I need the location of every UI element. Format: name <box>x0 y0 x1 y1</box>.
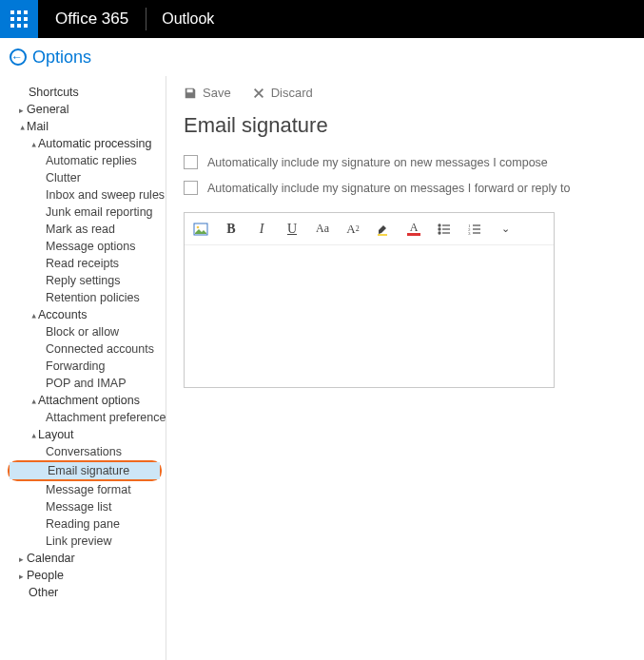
sidebar-item-retention-policies[interactable]: Retention policies <box>8 289 166 306</box>
page-title: Email signature <box>184 113 627 138</box>
numbered-list-icon[interactable]: 123 <box>466 221 483 238</box>
sidebar-item-pop-imap[interactable]: POP and IMAP <box>8 375 166 392</box>
svg-rect-8 <box>24 24 28 28</box>
sidebar-item-read-receipts[interactable]: Read receipts <box>8 255 166 272</box>
sidebar-item-shortcuts[interactable]: Shortcuts <box>8 84 166 101</box>
svg-rect-1 <box>17 10 21 14</box>
tutorial-highlight: Email signature <box>8 460 162 481</box>
underline-icon[interactable]: U <box>283 221 301 238</box>
sidebar-item-inbox-sweep[interactable]: Inbox and sweep rules <box>8 186 166 204</box>
sidebar-item-message-format[interactable]: Message format <box>8 481 166 498</box>
sidebar-item-mark-as-read[interactable]: Mark as read <box>8 221 166 238</box>
bold-icon[interactable]: B <box>223 221 240 238</box>
app-launcher-icon[interactable] <box>0 0 38 38</box>
font-size-icon[interactable]: Aa <box>314 221 331 238</box>
svg-rect-7 <box>17 24 21 28</box>
sidebar-item-automatic-processing[interactable]: Automatic processing <box>8 135 166 152</box>
sidebar-item-people[interactable]: People <box>8 567 166 584</box>
sidebar-item-block-allow[interactable]: Block or allow <box>8 323 166 340</box>
highlight-icon[interactable] <box>375 221 392 238</box>
app-name-label: Outlook <box>146 10 229 28</box>
checkbox-auto-new-label: Automatically include my signature on ne… <box>207 156 548 169</box>
svg-rect-0 <box>10 10 14 14</box>
sidebar-item-automatic-replies[interactable]: Automatic replies <box>8 152 166 169</box>
editor-toolbar: B I U Aa A2 A 123 ⌄ <box>185 213 554 245</box>
svg-rect-2 <box>24 10 28 14</box>
sidebar-item-message-options[interactable]: Message options <box>8 238 166 255</box>
svg-rect-4 <box>17 17 21 21</box>
font-color-icon[interactable]: A <box>405 221 422 238</box>
signature-textarea[interactable] <box>185 245 554 387</box>
more-formatting-icon[interactable]: ⌄ <box>497 221 514 238</box>
sidebar-item-connected-accounts[interactable]: Connected accounts <box>8 340 166 358</box>
sidebar-item-attachment-preferences[interactable]: Attachment preferences <box>8 409 166 426</box>
sidebar-item-junk[interactable]: Junk email reporting <box>8 204 166 221</box>
save-icon <box>184 87 197 100</box>
sidebar-item-reply-settings[interactable]: Reply settings <box>8 272 166 289</box>
discard-button[interactable]: Discard <box>252 86 313 100</box>
sidebar-item-layout[interactable]: Layout <box>8 426 166 443</box>
svg-point-14 <box>439 228 440 230</box>
top-bar: Office 365 Outlook <box>0 0 644 38</box>
sidebar-item-calendar[interactable]: Calendar <box>8 550 166 567</box>
sidebar-item-other[interactable]: Other <box>8 584 166 601</box>
sidebar-item-general[interactable]: General <box>8 101 166 118</box>
signature-editor: B I U Aa A2 A 123 ⌄ <box>184 212 555 388</box>
sidebar-item-conversations[interactable]: Conversations <box>8 443 166 460</box>
svg-point-10 <box>197 225 200 228</box>
svg-rect-6 <box>10 24 14 28</box>
checkbox-auto-new[interactable] <box>184 155 198 169</box>
back-arrow-icon: ← <box>10 49 27 66</box>
save-button[interactable]: Save <box>184 86 231 100</box>
checkbox-auto-reply[interactable] <box>184 181 198 195</box>
bullet-list-icon[interactable] <box>436 221 453 238</box>
save-label: Save <box>203 86 231 100</box>
svg-point-12 <box>439 224 440 226</box>
options-sidebar: Shortcuts General Mail Automatic process… <box>0 76 166 660</box>
sidebar-item-mail[interactable]: Mail <box>8 118 166 135</box>
svg-point-16 <box>439 232 440 234</box>
insert-image-icon[interactable] <box>192 221 209 238</box>
brand-label: Office 365 <box>38 10 146 29</box>
sidebar-item-accounts[interactable]: Accounts <box>8 306 166 323</box>
sidebar-item-link-preview[interactable]: Link preview <box>8 533 166 550</box>
content-pane: Save Discard Email signature Automatical… <box>166 76 644 660</box>
discard-label: Discard <box>271 86 313 100</box>
sidebar-item-email-signature[interactable]: Email signature <box>10 462 160 479</box>
sidebar-item-message-list[interactable]: Message list <box>8 498 166 515</box>
superscript-icon[interactable]: A2 <box>344 221 361 238</box>
italic-icon[interactable]: I <box>253 221 270 238</box>
svg-rect-11 <box>378 234 387 236</box>
sidebar-item-forwarding[interactable]: Forwarding <box>8 358 166 375</box>
sidebar-item-attachment-options[interactable]: Attachment options <box>8 392 166 409</box>
svg-rect-5 <box>24 17 28 21</box>
back-label: Options <box>32 48 91 68</box>
sidebar-item-reading-pane[interactable]: Reading pane <box>8 515 166 533</box>
svg-text:3: 3 <box>468 231 471 236</box>
checkbox-auto-reply-label: Automatically include my signature on me… <box>207 182 570 195</box>
svg-rect-3 <box>10 17 14 21</box>
back-to-options[interactable]: ← Options <box>0 38 644 76</box>
discard-icon <box>252 87 265 100</box>
sidebar-item-clutter[interactable]: Clutter <box>8 169 166 186</box>
